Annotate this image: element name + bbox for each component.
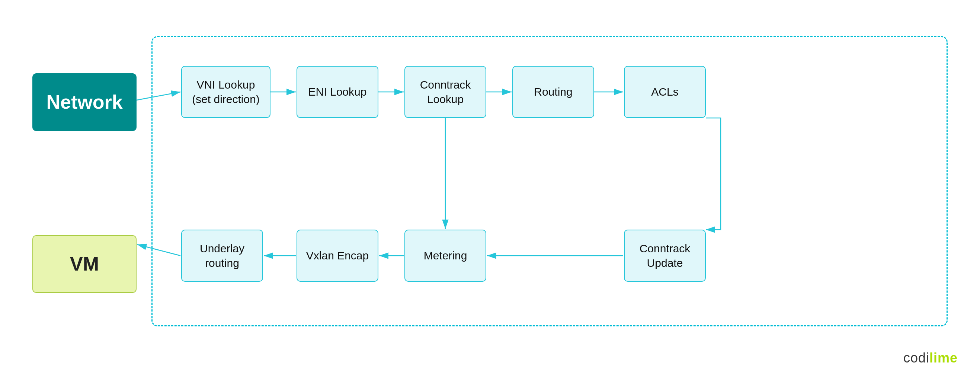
network-box: Network bbox=[32, 73, 137, 131]
metering-box: Metering bbox=[404, 230, 486, 282]
main-wrapper: Network VM VNI Lookup(set direction) ENI… bbox=[32, 36, 948, 326]
eni-lookup-box: ENI Lookup bbox=[296, 66, 379, 118]
underlay-routing-label: Underlayrouting bbox=[200, 241, 245, 270]
acls-box: ACLs bbox=[624, 66, 706, 118]
acls-label: ACLs bbox=[651, 84, 678, 99]
conntrack-lookup-label: ConntrackLookup bbox=[420, 77, 471, 107]
routing-label: Routing bbox=[534, 84, 572, 99]
vxlan-encap-label: Vxlan Encap bbox=[306, 248, 369, 263]
conntrack-update-box: ConntrackUpdate bbox=[624, 230, 706, 282]
vm-box: VM bbox=[32, 235, 137, 293]
logo-codi: codi bbox=[904, 350, 929, 366]
vm-label: VM bbox=[70, 253, 99, 275]
vxlan-encap-box: Vxlan Encap bbox=[296, 230, 379, 282]
routing-box: Routing bbox=[512, 66, 594, 118]
logo-lime: lime bbox=[929, 350, 958, 366]
logo: codilime bbox=[904, 350, 958, 366]
vni-lookup-label: VNI Lookup(set direction) bbox=[192, 77, 260, 107]
conntrack-update-label: ConntrackUpdate bbox=[640, 241, 690, 270]
eni-lookup-label: ENI Lookup bbox=[309, 84, 367, 99]
network-label: Network bbox=[46, 91, 123, 113]
metering-label: Metering bbox=[424, 248, 467, 263]
diagram-container: Network VM VNI Lookup(set direction) ENI… bbox=[22, 30, 958, 332]
underlay-routing-box: Underlayrouting bbox=[181, 230, 263, 282]
conntrack-lookup-box: ConntrackLookup bbox=[404, 66, 486, 118]
vni-lookup-box: VNI Lookup(set direction) bbox=[181, 66, 270, 118]
